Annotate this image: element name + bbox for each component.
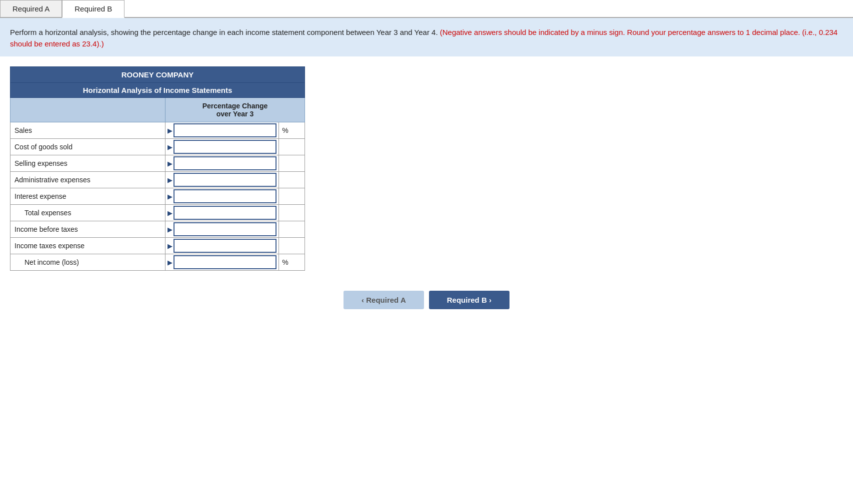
row-label-5: Total expenses (10, 205, 166, 221)
instruction-main-text: Perform a horizontal analysis, showing t… (10, 28, 438, 36)
table-row: Income taxes expense▶ (10, 238, 305, 254)
arrow-icon-2: ▶ (168, 160, 172, 167)
row-input-cell-3[interactable]: ▶ (166, 172, 279, 188)
row-percent-cell-1 (279, 139, 305, 155)
row-label-4: Interest expense (10, 188, 166, 205)
table-row: Sales▶% (10, 122, 305, 139)
prev-icon: ‹ (362, 296, 364, 304)
table-row: Administrative expenses▶ (10, 172, 305, 188)
row-input-cell-5[interactable]: ▶ (166, 205, 279, 221)
pct-input-3[interactable] (174, 173, 276, 187)
row-percent-cell-8: % (279, 254, 305, 271)
table-container: ROONEY COMPANY Horizontal Analysis of In… (0, 56, 853, 286)
pct-input-7[interactable] (174, 239, 276, 253)
arrow-icon-6: ▶ (168, 226, 172, 233)
row-input-cell-1[interactable]: ▶ (166, 139, 279, 155)
pct-input-8[interactable] (174, 255, 276, 269)
next-icon: › (489, 296, 492, 304)
arrow-icon-1: ▶ (168, 143, 172, 151)
arrow-icon-8: ▶ (168, 259, 172, 266)
pct-input-4[interactable] (174, 189, 276, 203)
row-label-3: Administrative expenses (10, 172, 166, 188)
table-col-pct-header: Percentage Change over Year 3 (166, 98, 305, 122)
table-company-name: ROONEY COMPANY (10, 67, 305, 83)
table-row: Net income (loss)▶% (10, 254, 305, 271)
row-label-2: Selling expenses (10, 155, 166, 172)
row-input-cell-8[interactable]: ▶ (166, 254, 279, 271)
navigation-buttons: ‹ Required A Required B › (0, 286, 853, 319)
row-input-cell-6[interactable]: ▶ (166, 221, 279, 238)
pct-input-1[interactable] (174, 140, 276, 154)
next-label: Required B (447, 296, 487, 304)
table-subtitle: Horizontal Analysis of Income Statements (10, 83, 305, 98)
analysis-table: ROONEY COMPANY Horizontal Analysis of In… (10, 66, 305, 271)
row-label-8: Net income (loss) (10, 254, 166, 271)
prev-label: Required A (366, 296, 406, 304)
row-label-7: Income taxes expense (10, 238, 166, 254)
tab-required-a[interactable]: Required A (0, 0, 62, 17)
table-row: Total expenses▶ (10, 205, 305, 221)
pct-input-5[interactable] (174, 206, 276, 220)
row-percent-cell-4 (279, 188, 305, 205)
row-percent-cell-0: % (279, 122, 305, 139)
pct-input-2[interactable] (174, 156, 276, 170)
arrow-icon-7: ▶ (168, 242, 172, 250)
row-percent-cell-5 (279, 205, 305, 221)
arrow-icon-3: ▶ (168, 176, 172, 184)
prev-button[interactable]: ‹ Required A (344, 291, 424, 309)
table-row: Selling expenses▶ (10, 155, 305, 172)
row-percent-cell-2 (279, 155, 305, 172)
row-input-cell-0[interactable]: ▶ (166, 122, 279, 139)
arrow-icon-0: ▶ (168, 127, 172, 134)
pct-input-6[interactable] (174, 222, 276, 236)
table-col-empty-header (10, 98, 166, 122)
row-percent-cell-3 (279, 172, 305, 188)
row-label-0: Sales (10, 122, 166, 139)
pct-input-0[interactable] (174, 123, 276, 137)
arrow-icon-5: ▶ (168, 209, 172, 217)
table-row: Interest expense▶ (10, 188, 305, 205)
table-row: Cost of goods sold▶ (10, 139, 305, 155)
tab-bar: Required A Required B (0, 0, 853, 18)
instruction-box: Perform a horizontal analysis, showing t… (0, 18, 853, 56)
arrow-icon-4: ▶ (168, 193, 172, 200)
row-percent-cell-7 (279, 238, 305, 254)
table-row: Income before taxes▶ (10, 221, 305, 238)
row-label-6: Income before taxes (10, 221, 166, 238)
row-input-cell-7[interactable]: ▶ (166, 238, 279, 254)
row-percent-cell-6 (279, 221, 305, 238)
row-input-cell-4[interactable]: ▶ (166, 188, 279, 205)
tab-required-b[interactable]: Required B (62, 0, 124, 18)
row-input-cell-2[interactable]: ▶ (166, 155, 279, 172)
row-label-1: Cost of goods sold (10, 139, 166, 155)
next-button[interactable]: Required B › (429, 291, 510, 309)
